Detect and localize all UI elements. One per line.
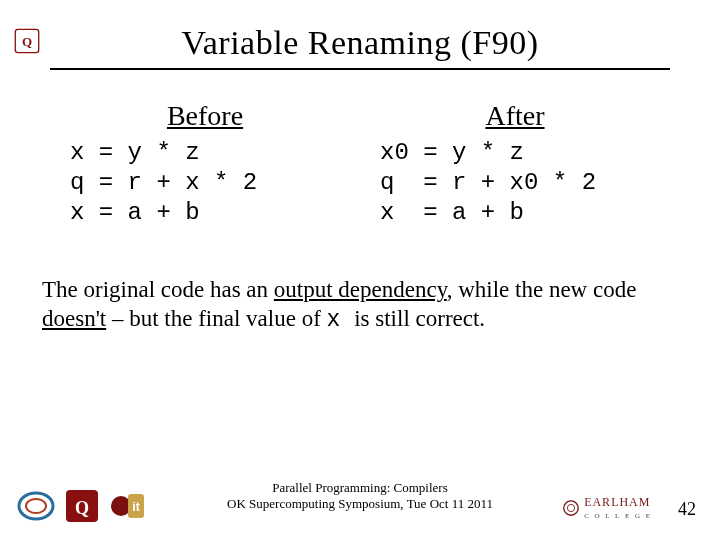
svg-text:it: it [132, 500, 139, 514]
var-x-inline: x [327, 307, 355, 333]
title-rule [50, 68, 670, 70]
output-dependency-term: output dependency [274, 277, 447, 302]
svg-point-3 [26, 499, 46, 513]
svg-text:Q: Q [22, 34, 32, 49]
ou-logo-icon: Q [14, 28, 40, 54]
slide: Q Variable Renaming (F90) Before x = y *… [0, 0, 720, 540]
footer-text: Parallel Programming: Compilers OK Super… [227, 480, 493, 513]
svg-point-9 [564, 501, 578, 515]
earlham-sub: C O L L E G E [584, 512, 652, 520]
doesnt-term: doesn't [42, 306, 106, 331]
explain-frag: The original code has an [42, 277, 274, 302]
it-logo-icon: it [108, 486, 148, 526]
svg-point-2 [19, 493, 53, 519]
earlham-text: EARLHAM C O L L E G E [584, 496, 652, 520]
earlham-logo: EARLHAM C O L L E G E [562, 496, 652, 520]
earlham-name: EARLHAM [584, 495, 650, 509]
svg-text:Q: Q [75, 498, 89, 518]
explain-frag: is still correct. [354, 306, 485, 331]
svg-point-10 [568, 504, 575, 511]
after-column: After x0 = y * z q = r + x0 * 2 x = a + … [360, 100, 670, 228]
after-code: x0 = y * z q = r + x0 * 2 x = a + b [360, 138, 670, 228]
after-header: After [360, 100, 670, 132]
footer: Q it Parallel Programming: Compilers OK … [0, 466, 720, 526]
explain-frag: – but the final value of [106, 306, 326, 331]
footer-logos-left: Q it [16, 486, 148, 526]
ou-footer-logo-icon: Q [62, 486, 102, 526]
before-code: x = y * z q = r + x * 2 x = a + b [50, 138, 360, 228]
slide-title: Variable Renaming (F90) [40, 24, 680, 62]
footer-line2: OK Supercomputing Symposium, Tue Oct 11 … [227, 496, 493, 512]
explain-frag: , while the new code [447, 277, 637, 302]
before-header: Before [50, 100, 360, 132]
code-columns: Before x = y * z q = r + x * 2 x = a + b… [40, 100, 680, 228]
before-column: Before x = y * z q = r + x * 2 x = a + b [50, 100, 360, 228]
footer-line1: Parallel Programming: Compilers [227, 480, 493, 496]
page-number: 42 [678, 499, 696, 520]
oscer-logo-icon [16, 486, 56, 526]
earlham-seal-icon [562, 499, 580, 517]
explanation-text: The original code has an output dependen… [42, 276, 678, 335]
